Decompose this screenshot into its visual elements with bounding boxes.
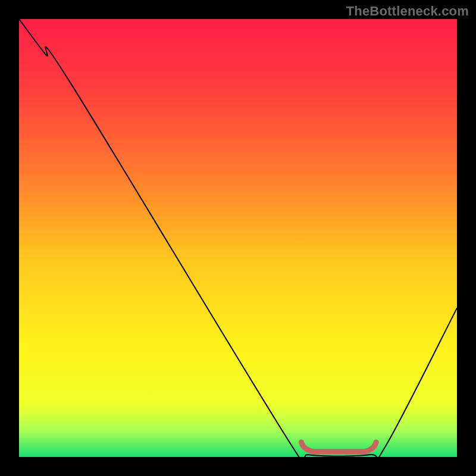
plot-area (19, 19, 457, 457)
chart-frame: TheBottleneck.com (0, 0, 476, 476)
watermark-text: TheBottleneck.com (346, 4, 469, 19)
gradient-background (19, 19, 457, 457)
chart-svg (19, 19, 457, 457)
